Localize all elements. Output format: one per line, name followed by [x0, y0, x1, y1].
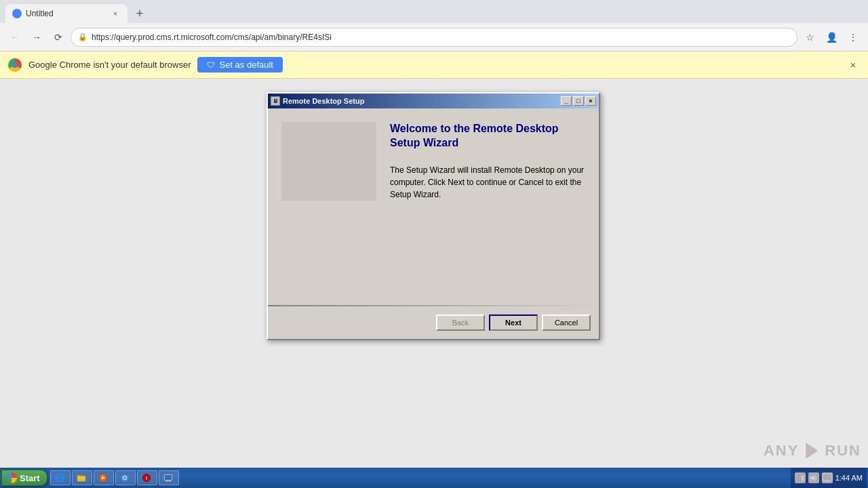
tray-volume-icon	[808, 472, 819, 483]
tab-close-button[interactable]: ×	[110, 8, 121, 19]
shield-icon: 🛡	[207, 60, 215, 70]
address-bar[interactable]: 🔒 https://query.prod.cms.rt.microsoft.co…	[71, 28, 797, 47]
dialog-title: Remote Desktop Setup	[283, 97, 558, 105]
next-button[interactable]: Next	[489, 314, 538, 331]
refresh-button[interactable]: ⟳	[49, 28, 68, 47]
dialog-top-section: Welcome to the Remote Desktop Setup Wiza…	[268, 108, 599, 207]
start-button[interactable]: Start	[1, 470, 47, 486]
dialog-restore-button[interactable]: □	[573, 96, 584, 106]
system-icon	[163, 473, 173, 483]
dialog-app-icon: 🖥	[271, 96, 280, 106]
set-default-label: Set as default	[219, 60, 273, 70]
tray-time: 1:44 AM	[835, 474, 863, 482]
menu-button[interactable]: ⋮	[844, 28, 863, 47]
taskbar-tray: 1:44 AM	[791, 468, 867, 488]
dialog-close-button[interactable]: ×	[585, 96, 596, 106]
dialog-mid-section	[268, 207, 599, 305]
setup-wizard-dialog: 🖥 Remote Desktop Setup _ □ × Welcome to …	[267, 92, 600, 340]
dialog-window-controls: _ □ ×	[561, 96, 596, 106]
tab-favicon	[12, 9, 22, 18]
tab-bar: Untitled × +	[0, 0, 868, 23]
dialog-welcome-title: Welcome to the Remote Desktop Setup Wiza…	[390, 122, 585, 150]
browser-tab[interactable]: Untitled ×	[5, 4, 127, 23]
svg-rect-14	[797, 479, 799, 481]
chrome-taskbar-icon	[120, 473, 130, 483]
browser-frame: Untitled × + ← → ⟳ 🔒 https://query.prod.…	[0, 0, 868, 488]
content-area: 🖥 Remote Desktop Setup _ □ × Welcome to …	[0, 79, 868, 488]
watermark-text-right: RUN	[825, 442, 861, 460]
svg-rect-15	[799, 477, 801, 481]
chrome-logo-icon	[8, 58, 22, 72]
back-button[interactable]: Back	[436, 314, 485, 331]
tray-monitor-icon	[822, 472, 833, 483]
taskbar: Start	[0, 468, 868, 488]
start-label: Start	[20, 473, 40, 483]
dialog-description: The Setup Wizard will install Remote Des…	[390, 164, 585, 201]
new-tab-button[interactable]: +	[130, 4, 149, 23]
dialog-body: Welcome to the Remote Desktop Setup Wiza…	[268, 108, 599, 339]
folder-icon	[77, 473, 86, 483]
svg-rect-12	[165, 481, 171, 482]
dialog-banner	[281, 122, 376, 201]
forward-button[interactable]: →	[27, 28, 46, 47]
infobar-close-button[interactable]: ×	[846, 58, 860, 72]
dialog-titlebar[interactable]: 🖥 Remote Desktop Setup _ □ ×	[268, 94, 599, 108]
tab-title: Untitled	[26, 9, 106, 18]
watermark-text-left: ANY	[764, 442, 799, 460]
profile-button[interactable]: 👤	[822, 28, 841, 47]
svg-rect-18	[823, 474, 832, 481]
windows-logo-icon	[6, 472, 17, 483]
ie-icon	[55, 473, 64, 483]
taskbar-item-ie[interactable]	[50, 470, 71, 485]
svg-rect-3	[77, 476, 85, 481]
nav-bar: ← → ⟳ 🔒 https://query.prod.cms.rt.micros…	[0, 23, 868, 52]
nav-icons: ☆ 👤 ⋮	[800, 28, 863, 47]
svg-rect-13	[165, 475, 172, 480]
taskbar-item-chrome[interactable]	[115, 470, 136, 485]
svg-point-8	[123, 476, 126, 479]
taskbar-items: !	[47, 470, 791, 485]
lock-icon: 🔒	[78, 33, 87, 41]
media-icon	[98, 473, 108, 483]
back-button[interactable]: ←	[5, 28, 24, 47]
svg-marker-17	[810, 474, 814, 481]
default-browser-infobar: Google Chrome isn't your default browser…	[0, 52, 868, 79]
dialog-button-row: Back Next Cancel	[268, 306, 599, 339]
taskbar-item-media[interactable]	[94, 470, 114, 485]
svg-rect-16	[802, 476, 804, 481]
bookmark-button[interactable]: ☆	[800, 28, 819, 47]
tray-network-icon	[795, 472, 806, 483]
security-icon: !	[142, 473, 151, 483]
dialog-content: Welcome to the Remote Desktop Setup Wiza…	[390, 122, 585, 201]
svg-text:!: !	[145, 475, 147, 481]
url-text: https://query.prod.cms.rt.microsoft.com/…	[92, 33, 790, 42]
taskbar-item-system[interactable]	[159, 470, 179, 485]
anyrun-watermark: ANY RUN	[764, 441, 861, 461]
taskbar-item-folder[interactable]	[72, 470, 92, 485]
set-as-default-button[interactable]: 🛡 Set as default	[197, 57, 283, 73]
infobar-message: Google Chrome isn't your default browser	[28, 60, 191, 70]
dialog-minimize-button[interactable]: _	[561, 96, 572, 106]
cancel-button[interactable]: Cancel	[542, 314, 591, 331]
watermark-play-icon	[802, 441, 822, 461]
taskbar-item-security[interactable]: !	[137, 470, 157, 485]
